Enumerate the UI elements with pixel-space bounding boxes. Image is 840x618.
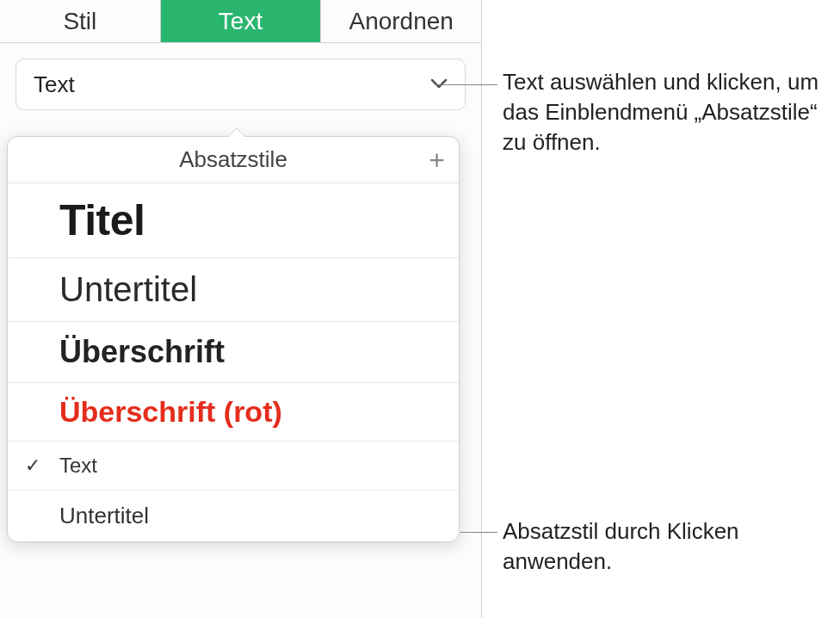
- add-style-button[interactable]: +: [429, 146, 445, 174]
- callout-leader-line: [460, 532, 497, 533]
- paragraph-styles-popover: Absatzstile + Titel Untertitel Überschri…: [7, 136, 460, 542]
- style-item-label: Untertitel: [59, 503, 149, 529]
- style-item-label: Überschrift: [59, 334, 225, 370]
- popover-header: Absatzstile +: [8, 137, 459, 183]
- paragraph-style-current: Text: [34, 71, 75, 98]
- callout-leader-line: [435, 84, 497, 85]
- check-icon: ✓: [25, 454, 40, 477]
- callout-open-menu: Text auswählen und klicken, um das Einbl…: [503, 67, 840, 158]
- tab-stil-label: Stil: [63, 8, 96, 35]
- style-item-titel[interactable]: Titel: [8, 183, 459, 258]
- popover-title: Absatzstile: [179, 146, 287, 173]
- tab-anordnen[interactable]: Anordnen: [321, 0, 481, 42]
- style-item-uberschrift-rot[interactable]: Überschrift (rot): [8, 383, 459, 442]
- style-item-label: Untertitel: [59, 270, 197, 309]
- style-item-uberschrift[interactable]: Überschrift: [8, 322, 459, 383]
- style-item-text[interactable]: ✓ Text: [8, 442, 459, 491]
- paragraph-styles-list: Titel Untertitel Überschrift Überschrift…: [8, 183, 459, 541]
- style-item-untertitel-2[interactable]: Untertitel: [8, 491, 459, 541]
- style-item-untertitel[interactable]: Untertitel: [8, 258, 459, 322]
- tab-stil[interactable]: Stil: [0, 0, 161, 42]
- callout-apply-style: Absatzstil durch Klicken anwenden.: [503, 516, 840, 577]
- plus-icon: +: [429, 145, 445, 176]
- style-item-label: Überschrift (rot): [59, 395, 282, 429]
- format-panel: Stil Text Anordnen Text Absatzstile +: [0, 0, 482, 618]
- style-item-label: Titel: [59, 195, 145, 245]
- style-item-label: Text: [59, 454, 97, 478]
- tab-text-label: Text: [219, 8, 262, 35]
- paragraph-style-selector[interactable]: Text: [15, 59, 466, 110]
- tab-text[interactable]: Text: [161, 0, 322, 42]
- tab-anordnen-label: Anordnen: [349, 8, 453, 35]
- format-tabs: Stil Text Anordnen: [0, 0, 481, 43]
